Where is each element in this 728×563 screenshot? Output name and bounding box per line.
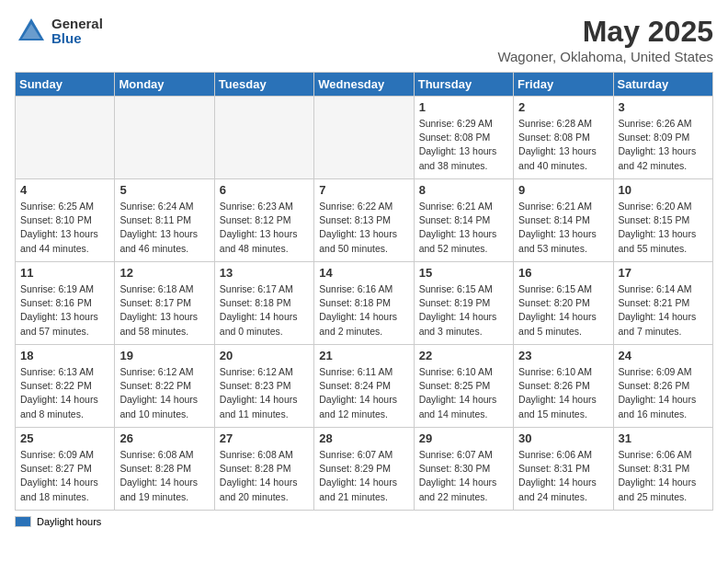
calendar-cell: 30Sunrise: 6:06 AM Sunset: 8:31 PM Dayli… — [514, 428, 613, 511]
day-number: 29 — [419, 431, 508, 445]
weekday-sunday: Sunday — [16, 73, 115, 97]
day-number: 19 — [119, 349, 209, 362]
day-number: 1 — [419, 100, 508, 114]
day-number: 14 — [319, 266, 408, 280]
weekday-monday: Monday — [115, 73, 214, 97]
day-number: 4 — [20, 183, 109, 197]
calendar-cell: 5Sunrise: 6:24 AM Sunset: 8:11 PM Daylig… — [115, 179, 214, 262]
day-info: Sunrise: 6:22 AM Sunset: 8:13 PM Dayligh… — [319, 200, 408, 256]
day-info: Sunrise: 6:09 AM Sunset: 8:27 PM Dayligh… — [20, 448, 109, 504]
calendar-cell: 1Sunrise: 6:29 AM Sunset: 8:08 PM Daylig… — [414, 97, 513, 179]
day-info: Sunrise: 6:29 AM Sunset: 8:08 PM Dayligh… — [419, 117, 508, 173]
calendar-cell — [314, 97, 414, 179]
day-info: Sunrise: 6:08 AM Sunset: 8:28 PM Dayligh… — [220, 448, 309, 504]
day-number: 22 — [419, 349, 508, 362]
day-number: 7 — [319, 183, 408, 197]
calendar-cell: 18Sunrise: 6:13 AM Sunset: 8:22 PM Dayli… — [16, 345, 115, 428]
calendar-cell: 22Sunrise: 6:10 AM Sunset: 8:25 PM Dayli… — [414, 345, 513, 428]
day-number: 17 — [619, 266, 708, 280]
day-info: Sunrise: 6:21 AM Sunset: 8:14 PM Dayligh… — [419, 200, 508, 256]
day-number: 27 — [220, 431, 309, 445]
calendar-cell — [214, 97, 313, 179]
day-info: Sunrise: 6:12 AM Sunset: 8:23 PM Dayligh… — [220, 365, 309, 421]
weekday-wednesday: Wednesday — [314, 73, 414, 97]
calendar-cell: 20Sunrise: 6:12 AM Sunset: 8:23 PM Dayli… — [214, 345, 313, 428]
day-info: Sunrise: 6:20 AM Sunset: 8:15 PM Dayligh… — [619, 200, 708, 256]
day-info: Sunrise: 6:06 AM Sunset: 8:31 PM Dayligh… — [619, 448, 708, 504]
day-number: 10 — [619, 183, 708, 197]
day-info: Sunrise: 6:11 AM Sunset: 8:24 PM Dayligh… — [319, 365, 408, 421]
day-info: Sunrise: 6:15 AM Sunset: 8:19 PM Dayligh… — [419, 282, 508, 339]
calendar-cell — [115, 97, 214, 179]
day-number: 6 — [220, 183, 309, 197]
day-info: Sunrise: 6:23 AM Sunset: 8:12 PM Dayligh… — [220, 200, 309, 256]
day-info: Sunrise: 6:10 AM Sunset: 8:26 PM Dayligh… — [518, 365, 608, 421]
day-number: 2 — [518, 100, 608, 114]
calendar-cell: 9Sunrise: 6:21 AM Sunset: 8:14 PM Daylig… — [514, 179, 613, 262]
day-number: 9 — [518, 183, 608, 197]
calendar-cell: 14Sunrise: 6:16 AM Sunset: 8:18 PM Dayli… — [314, 262, 414, 345]
calendar-cell: 26Sunrise: 6:08 AM Sunset: 8:28 PM Dayli… — [115, 428, 214, 511]
day-number: 18 — [20, 349, 109, 362]
day-number: 21 — [319, 349, 408, 362]
calendar-cell: 8Sunrise: 6:21 AM Sunset: 8:14 PM Daylig… — [414, 179, 513, 262]
day-info: Sunrise: 6:15 AM Sunset: 8:20 PM Dayligh… — [518, 282, 608, 339]
calendar-cell: 6Sunrise: 6:23 AM Sunset: 8:12 PM Daylig… — [214, 179, 313, 262]
calendar-cell: 21Sunrise: 6:11 AM Sunset: 8:24 PM Dayli… — [314, 345, 414, 428]
weekday-saturday: Saturday — [613, 73, 712, 97]
day-info: Sunrise: 6:21 AM Sunset: 8:14 PM Dayligh… — [518, 200, 608, 256]
calendar-cell: 7Sunrise: 6:22 AM Sunset: 8:13 PM Daylig… — [314, 179, 414, 262]
logo-text: General Blue — [51, 17, 103, 47]
logo-general-text: General — [51, 17, 103, 32]
weekday-tuesday: Tuesday — [214, 73, 313, 97]
calendar-cell — [16, 97, 115, 179]
day-info: Sunrise: 6:17 AM Sunset: 8:18 PM Dayligh… — [220, 282, 309, 339]
day-info: Sunrise: 6:13 AM Sunset: 8:22 PM Dayligh… — [20, 365, 109, 421]
day-info: Sunrise: 6:19 AM Sunset: 8:16 PM Dayligh… — [20, 282, 109, 339]
day-number: 28 — [319, 431, 408, 445]
calendar-cell: 31Sunrise: 6:06 AM Sunset: 8:31 PM Dayli… — [613, 428, 712, 511]
title-area: May 2025 Wagoner, Oklahoma, United State… — [497, 15, 713, 64]
week-row-2: 4Sunrise: 6:25 AM Sunset: 8:10 PM Daylig… — [16, 179, 713, 262]
calendar-cell: 24Sunrise: 6:09 AM Sunset: 8:26 PM Dayli… — [613, 345, 712, 428]
calendar-cell: 27Sunrise: 6:08 AM Sunset: 8:28 PM Dayli… — [214, 428, 313, 511]
calendar-cell: 19Sunrise: 6:12 AM Sunset: 8:22 PM Dayli… — [115, 345, 214, 428]
calendar-cell: 11Sunrise: 6:19 AM Sunset: 8:16 PM Dayli… — [16, 262, 115, 345]
day-number: 16 — [518, 266, 608, 280]
subtitle: Wagoner, Oklahoma, United States — [497, 49, 713, 64]
day-number: 20 — [220, 349, 309, 362]
calendar-cell: 2Sunrise: 6:28 AM Sunset: 8:08 PM Daylig… — [514, 97, 613, 179]
day-info: Sunrise: 6:07 AM Sunset: 8:29 PM Dayligh… — [319, 448, 408, 504]
day-info: Sunrise: 6:12 AM Sunset: 8:22 PM Dayligh… — [119, 365, 209, 421]
legend-color — [15, 516, 31, 527]
day-info: Sunrise: 6:26 AM Sunset: 8:09 PM Dayligh… — [619, 117, 708, 173]
day-number: 13 — [220, 266, 309, 280]
weekday-friday: Friday — [514, 73, 613, 97]
day-number: 12 — [119, 266, 209, 280]
calendar-cell: 23Sunrise: 6:10 AM Sunset: 8:26 PM Dayli… — [514, 345, 613, 428]
calendar-cell: 3Sunrise: 6:26 AM Sunset: 8:09 PM Daylig… — [613, 97, 712, 179]
weekday-header-row: SundayMondayTuesdayWednesdayThursdayFrid… — [16, 73, 713, 97]
day-number: 25 — [20, 431, 109, 445]
calendar-cell: 16Sunrise: 6:15 AM Sunset: 8:20 PM Dayli… — [514, 262, 613, 345]
day-number: 31 — [619, 431, 708, 445]
logo-icon — [15, 15, 48, 48]
day-number: 24 — [619, 349, 708, 362]
day-info: Sunrise: 6:28 AM Sunset: 8:08 PM Dayligh… — [518, 117, 608, 173]
calendar-cell: 4Sunrise: 6:25 AM Sunset: 8:10 PM Daylig… — [16, 179, 115, 262]
day-number: 8 — [419, 183, 508, 197]
legend-label: Daylight hours — [37, 516, 101, 527]
day-number: 5 — [119, 183, 209, 197]
day-number: 23 — [518, 349, 608, 362]
calendar-cell: 10Sunrise: 6:20 AM Sunset: 8:15 PM Dayli… — [613, 179, 712, 262]
day-info: Sunrise: 6:07 AM Sunset: 8:30 PM Dayligh… — [419, 448, 508, 504]
day-info: Sunrise: 6:14 AM Sunset: 8:21 PM Dayligh… — [619, 282, 708, 339]
day-info: Sunrise: 6:10 AM Sunset: 8:25 PM Dayligh… — [419, 365, 508, 421]
day-number: 30 — [518, 431, 608, 445]
week-row-5: 25Sunrise: 6:09 AM Sunset: 8:27 PM Dayli… — [16, 428, 713, 511]
day-number: 11 — [20, 266, 109, 280]
day-number: 3 — [619, 100, 708, 114]
calendar-cell: 12Sunrise: 6:18 AM Sunset: 8:17 PM Dayli… — [115, 262, 214, 345]
calendar-cell: 28Sunrise: 6:07 AM Sunset: 8:29 PM Dayli… — [314, 428, 414, 511]
legend: Daylight hours — [15, 516, 713, 527]
